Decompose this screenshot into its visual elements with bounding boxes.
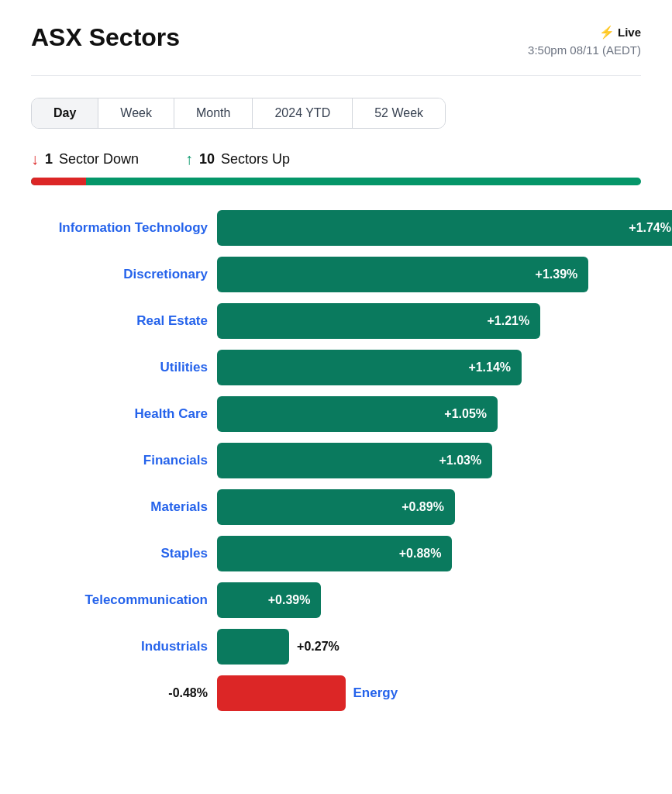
header-divider	[31, 75, 641, 76]
bar-area: Energy	[217, 675, 641, 711]
sector-label: Health Care	[31, 406, 217, 422]
sector-bar: +1.14%	[217, 350, 522, 385]
tab-day[interactable]: Day	[32, 98, 98, 128]
chart-row[interactable]: Health Care+1.05%	[31, 395, 641, 433]
bar-area: +0.88%	[217, 536, 641, 571]
progress-bar-negative	[31, 178, 86, 185]
sector-bar: +1.05%	[217, 396, 498, 432]
sector-progress-bar	[31, 178, 641, 185]
sector-label: Energy	[353, 685, 398, 701]
sector-bar: +0.88%	[217, 536, 452, 571]
sector-label: Utilities	[31, 360, 217, 375]
sector-bar: +0.39%	[217, 582, 321, 618]
sector-bar-negative	[217, 675, 346, 711]
lightning-icon: ⚡	[599, 26, 615, 39]
live-label: Live	[618, 26, 641, 39]
bar-area: +1.21%	[217, 303, 641, 339]
sector-label: Telecommunication	[31, 592, 217, 608]
bar-area: +0.39%	[217, 582, 641, 618]
period-tabs: Day Week Month 2024 YTD 52 Week	[31, 98, 446, 129]
up-label: Sectors Up	[221, 151, 290, 167]
live-info: ⚡ Live 3:50pm 08/11 (AEDT)	[528, 23, 641, 60]
chart-row[interactable]: Industrials+0.27%	[31, 627, 641, 666]
bar-value-label: +0.27%	[297, 640, 339, 654]
sector-label: Industrials	[31, 639, 217, 654]
sector-label: Information Technology	[31, 220, 217, 236]
sector-bar: +1.03%	[217, 443, 492, 478]
down-arrow-icon: ↓	[31, 150, 39, 168]
down-count: 1	[45, 151, 53, 167]
summary-row: ↓ 1 Sector Down ↑ 10 Sectors Up	[31, 150, 641, 168]
sectors-chart: Information Technology+1.74%Discretionar…	[31, 209, 641, 713]
chart-row[interactable]: Information Technology+1.74%	[31, 209, 641, 247]
up-count: 10	[199, 151, 215, 167]
sector-bar: +1.21%	[217, 303, 540, 339]
tab-2024ytd[interactable]: 2024 YTD	[253, 98, 353, 128]
bar-area: +1.03%	[217, 443, 641, 478]
page-header: ASX Sectors ⚡ Live 3:50pm 08/11 (AEDT)	[31, 23, 641, 60]
bar-area: +1.05%	[217, 396, 641, 432]
datetime-label: 3:50pm 08/11 (AEDT)	[528, 42, 641, 60]
sector-label: Discretionary	[31, 267, 217, 282]
tab-month[interactable]: Month	[174, 98, 253, 128]
sector-bar: +1.74%	[217, 210, 672, 246]
chart-row[interactable]: Discretionary+1.39%	[31, 255, 641, 294]
chart-row[interactable]: -0.48%Energy	[31, 674, 641, 713]
sector-bar: +1.39%	[217, 257, 588, 292]
sector-label: Real Estate	[31, 313, 217, 329]
bar-area: +0.89%	[217, 489, 641, 525]
up-arrow-icon: ↑	[185, 150, 193, 168]
bar-area: +1.39%	[217, 257, 641, 292]
tab-week[interactable]: Week	[98, 98, 174, 128]
bar-area: +1.74%	[217, 210, 672, 246]
sector-label: Financials	[31, 453, 217, 468]
bar-area: +1.14%	[217, 350, 641, 385]
chart-row[interactable]: Telecommunication+0.39%	[31, 581, 641, 620]
chart-row[interactable]: Staples+0.88%	[31, 534, 641, 573]
bar-area: +0.27%	[217, 629, 641, 665]
sector-label: Materials	[31, 499, 217, 515]
chart-row[interactable]: Real Estate+1.21%	[31, 302, 641, 340]
chart-row[interactable]: Utilities+1.14%	[31, 348, 641, 387]
down-label: Sector Down	[59, 151, 139, 167]
chart-row[interactable]: Materials+0.89%	[31, 488, 641, 526]
sectors-down-summary: ↓ 1 Sector Down	[31, 150, 139, 168]
tab-52week[interactable]: 52 Week	[353, 98, 445, 128]
chart-row[interactable]: Financials+1.03%	[31, 441, 641, 480]
sector-bar	[217, 629, 289, 665]
sector-bar: +0.89%	[217, 489, 455, 525]
sectors-up-summary: ↑ 10 Sectors Up	[185, 150, 290, 168]
sector-label: Staples	[31, 546, 217, 561]
page-title: ASX Sectors	[31, 23, 180, 52]
sector-negative-value: -0.48%	[31, 686, 217, 700]
